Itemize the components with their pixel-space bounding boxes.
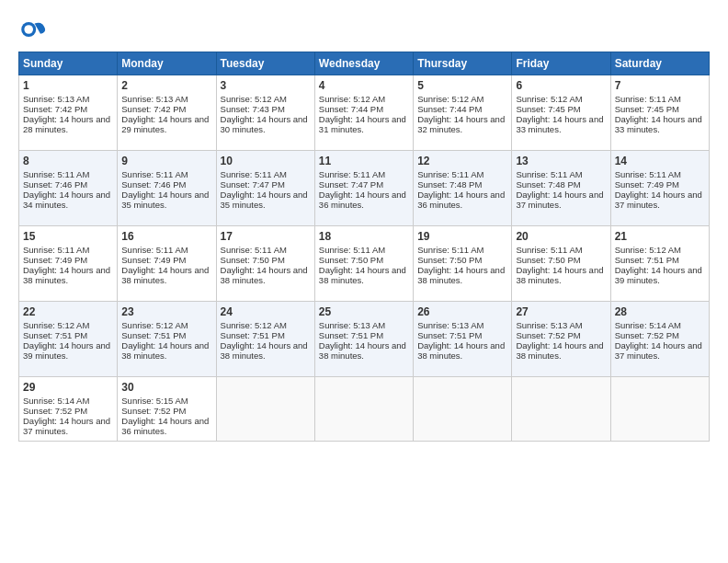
sunset-label: Sunset: 7:44 PM bbox=[319, 104, 383, 114]
daylight-label: Daylight: 14 hours and 37 minutes. bbox=[615, 190, 702, 210]
daylight-label: Daylight: 14 hours and 37 minutes. bbox=[516, 190, 603, 210]
sunrise-label: Sunrise: 5:11 AM bbox=[121, 245, 188, 255]
daylight-label: Daylight: 14 hours and 34 minutes. bbox=[23, 190, 110, 210]
sunrise-label: Sunrise: 5:11 AM bbox=[615, 94, 681, 104]
sunset-label: Sunset: 7:51 PM bbox=[319, 330, 383, 340]
sunrise-label: Sunrise: 5:12 AM bbox=[615, 245, 681, 255]
calendar-cell: 15Sunrise: 5:11 AMSunset: 7:49 PMDayligh… bbox=[19, 226, 118, 302]
calendar-cell: 4Sunrise: 5:12 AMSunset: 7:44 PMDaylight… bbox=[314, 75, 413, 151]
day-number: 27 bbox=[516, 305, 606, 318]
calendar-cell: 26Sunrise: 5:13 AMSunset: 7:51 PMDayligh… bbox=[414, 302, 512, 377]
daylight-label: Daylight: 14 hours and 30 minutes. bbox=[221, 114, 308, 134]
daylight-label: Daylight: 14 hours and 35 minutes. bbox=[221, 190, 308, 210]
sunset-label: Sunset: 7:48 PM bbox=[516, 179, 580, 190]
sunset-label: Sunset: 7:51 PM bbox=[615, 255, 679, 265]
sunrise-label: Sunrise: 5:11 AM bbox=[417, 245, 483, 255]
daylight-label: Daylight: 14 hours and 38 minutes. bbox=[516, 265, 603, 285]
calendar-cell: 1Sunrise: 5:13 AMSunset: 7:42 PMDaylight… bbox=[19, 75, 118, 151]
sunrise-label: Sunrise: 5:15 AM bbox=[121, 396, 188, 406]
day-number: 7 bbox=[615, 79, 705, 92]
daylight-label: Daylight: 14 hours and 36 minutes. bbox=[417, 190, 505, 210]
daylight-label: Daylight: 14 hours and 38 minutes. bbox=[221, 340, 308, 361]
sunrise-label: Sunrise: 5:11 AM bbox=[516, 169, 582, 179]
calendar-cell bbox=[216, 377, 314, 442]
logo bbox=[18, 15, 51, 44]
calendar-cell: 10Sunrise: 5:11 AMSunset: 7:47 PMDayligh… bbox=[216, 151, 314, 226]
calendar-table: SundayMondayTuesdayWednesdayThursdayFrid… bbox=[18, 52, 710, 442]
daylight-label: Daylight: 14 hours and 38 minutes. bbox=[417, 265, 505, 285]
day-number: 29 bbox=[23, 381, 113, 394]
calendar-cell: 29Sunrise: 5:14 AMSunset: 7:52 PMDayligh… bbox=[19, 377, 118, 442]
day-number: 5 bbox=[417, 79, 507, 92]
calendar-cell: 2Sunrise: 5:13 AMSunset: 7:42 PMDaylight… bbox=[118, 75, 216, 151]
day-number: 24 bbox=[221, 305, 311, 318]
day-number: 21 bbox=[615, 230, 705, 243]
sunrise-label: Sunrise: 5:11 AM bbox=[23, 245, 89, 255]
day-number: 19 bbox=[417, 230, 507, 243]
sunrise-label: Sunrise: 5:13 AM bbox=[516, 320, 582, 330]
sunset-label: Sunset: 7:50 PM bbox=[221, 255, 285, 265]
day-number: 22 bbox=[23, 305, 113, 318]
day-number: 20 bbox=[516, 230, 606, 243]
calendar-cell: 6Sunrise: 5:12 AMSunset: 7:45 PMDaylight… bbox=[512, 75, 610, 151]
calendar-cell: 12Sunrise: 5:11 AMSunset: 7:48 PMDayligh… bbox=[414, 151, 512, 226]
sunset-label: Sunset: 7:49 PM bbox=[23, 255, 87, 265]
calendar-header-tuesday: Tuesday bbox=[216, 52, 314, 75]
calendar-header-thursday: Thursday bbox=[414, 52, 512, 75]
sunset-label: Sunset: 7:52 PM bbox=[615, 330, 679, 340]
daylight-label: Daylight: 14 hours and 38 minutes. bbox=[516, 340, 603, 361]
sunrise-label: Sunrise: 5:13 AM bbox=[319, 320, 385, 330]
daylight-label: Daylight: 14 hours and 37 minutes. bbox=[615, 340, 702, 361]
calendar-cell: 16Sunrise: 5:11 AMSunset: 7:49 PMDayligh… bbox=[118, 226, 216, 302]
sunrise-label: Sunrise: 5:12 AM bbox=[417, 94, 483, 104]
day-number: 25 bbox=[319, 305, 409, 318]
sunrise-label: Sunrise: 5:11 AM bbox=[516, 245, 582, 255]
sunset-label: Sunset: 7:42 PM bbox=[121, 104, 186, 114]
day-number: 23 bbox=[121, 305, 211, 318]
day-number: 16 bbox=[121, 230, 211, 243]
calendar-cell bbox=[512, 377, 610, 442]
calendar-week-2: 8Sunrise: 5:11 AMSunset: 7:46 PMDaylight… bbox=[19, 151, 710, 226]
page: SundayMondayTuesdayWednesdayThursdayFrid… bbox=[0, 0, 728, 563]
calendar-cell: 21Sunrise: 5:12 AMSunset: 7:51 PMDayligh… bbox=[610, 226, 709, 302]
daylight-label: Daylight: 14 hours and 28 minutes. bbox=[23, 114, 110, 134]
daylight-label: Daylight: 14 hours and 39 minutes. bbox=[615, 265, 702, 285]
sunrise-label: Sunrise: 5:13 AM bbox=[417, 320, 483, 330]
day-number: 12 bbox=[417, 155, 507, 167]
sunrise-label: Sunrise: 5:13 AM bbox=[121, 94, 188, 104]
calendar-week-4: 22Sunrise: 5:12 AMSunset: 7:51 PMDayligh… bbox=[19, 302, 710, 377]
sunrise-label: Sunrise: 5:14 AM bbox=[615, 320, 681, 330]
calendar-cell: 5Sunrise: 5:12 AMSunset: 7:44 PMDaylight… bbox=[414, 75, 512, 151]
sunset-label: Sunset: 7:44 PM bbox=[417, 104, 482, 114]
day-number: 3 bbox=[221, 79, 311, 92]
daylight-label: Daylight: 14 hours and 38 minutes. bbox=[319, 340, 406, 361]
sunset-label: Sunset: 7:45 PM bbox=[516, 104, 580, 114]
calendar-header-friday: Friday bbox=[512, 52, 610, 75]
sunrise-label: Sunrise: 5:12 AM bbox=[23, 320, 89, 330]
day-number: 26 bbox=[417, 305, 507, 318]
sunset-label: Sunset: 7:50 PM bbox=[516, 255, 580, 265]
sunset-label: Sunset: 7:52 PM bbox=[516, 330, 580, 340]
sunset-label: Sunset: 7:47 PM bbox=[319, 179, 383, 190]
calendar-week-3: 15Sunrise: 5:11 AMSunset: 7:49 PMDayligh… bbox=[19, 226, 710, 302]
sunrise-label: Sunrise: 5:11 AM bbox=[319, 245, 385, 255]
daylight-label: Daylight: 14 hours and 38 minutes. bbox=[319, 265, 406, 285]
daylight-label: Daylight: 14 hours and 35 minutes. bbox=[121, 190, 209, 210]
sunrise-label: Sunrise: 5:12 AM bbox=[121, 320, 188, 330]
sunset-label: Sunset: 7:49 PM bbox=[121, 255, 186, 265]
sunrise-label: Sunrise: 5:11 AM bbox=[121, 169, 188, 179]
sunrise-label: Sunrise: 5:11 AM bbox=[23, 169, 89, 179]
calendar-cell: 18Sunrise: 5:11 AMSunset: 7:50 PMDayligh… bbox=[314, 226, 413, 302]
calendar-cell: 23Sunrise: 5:12 AMSunset: 7:51 PMDayligh… bbox=[118, 302, 216, 377]
sunrise-label: Sunrise: 5:12 AM bbox=[319, 94, 385, 104]
sunset-label: Sunset: 7:51 PM bbox=[121, 330, 186, 340]
daylight-label: Daylight: 14 hours and 38 minutes. bbox=[221, 265, 308, 285]
daylight-label: Daylight: 14 hours and 36 minutes. bbox=[121, 416, 209, 436]
calendar-cell bbox=[314, 377, 413, 442]
sunrise-label: Sunrise: 5:13 AM bbox=[23, 94, 89, 104]
calendar-cell: 17Sunrise: 5:11 AMSunset: 7:50 PMDayligh… bbox=[216, 226, 314, 302]
daylight-label: Daylight: 14 hours and 31 minutes. bbox=[319, 114, 406, 134]
calendar-cell: 19Sunrise: 5:11 AMSunset: 7:50 PMDayligh… bbox=[414, 226, 512, 302]
sunrise-label: Sunrise: 5:12 AM bbox=[221, 94, 287, 104]
day-number: 15 bbox=[23, 230, 113, 243]
